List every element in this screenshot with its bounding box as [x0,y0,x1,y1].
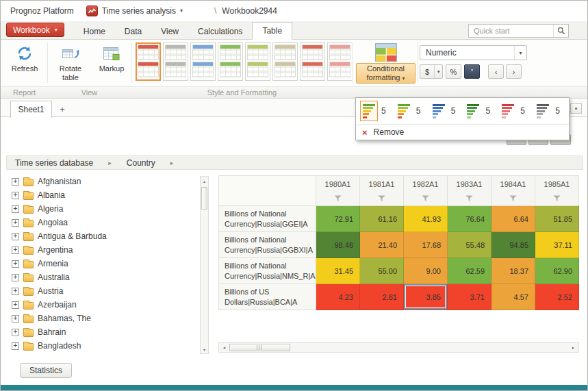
filter-icon[interactable] [553,195,561,202]
row-header[interactable]: Billions of National Currency|Russia|GGE… [219,206,316,232]
percent-format-button[interactable]: % [446,64,461,79]
filter-icon[interactable] [465,195,473,202]
breadcrumb-item[interactable]: Time series database [15,158,93,168]
icon-set-blue[interactable]: 5 [428,101,463,121]
data-cell[interactable]: 51.85 [535,206,579,232]
data-cell[interactable]: 4.23 [316,284,360,310]
rotate-table-button[interactable]: Rotate table [51,45,90,82]
data-cell[interactable]: 2.52 [535,284,579,310]
tree-item[interactable]: +Bangladesh [6,339,198,353]
tree-item[interactable]: +Armenia [6,257,198,270]
increase-decimals-button[interactable]: › [506,64,522,79]
tab-data[interactable]: Data [115,23,151,39]
expand-icon[interactable]: + [12,192,19,199]
thousand-separator-button[interactable]: ’ [464,64,480,79]
icon-set-green[interactable]: 5 [462,101,497,121]
row-header[interactable]: Billions of National Currency|Russia|NMS… [219,258,316,284]
tab-calculations[interactable]: Calculations [188,23,252,39]
tree-scrollbar[interactable]: ▴ ▾ [200,176,209,354]
data-cell[interactable]: 76.64 [448,206,491,232]
sheet-overflow-button[interactable]: ▾ [570,103,582,114]
conditional-formatting-button[interactable]: Conditional formatting ▾ [356,63,416,84]
breadcrumb-item[interactable]: Country [127,158,155,168]
data-cell[interactable]: 3.71 [448,284,491,310]
row-header[interactable]: Billions of National Currency|Russia|GGB… [219,232,316,258]
data-cell[interactable]: 9.00 [404,258,448,284]
sheet-tab[interactable]: Sheet1 [10,101,52,118]
scroll-right-button[interactable]: ▸ [568,343,578,352]
column-header[interactable]: 1981A1 [360,176,404,206]
expand-icon[interactable]: + [12,178,19,186]
data-cell[interactable]: 61.16 [360,206,404,232]
scroll-left-button[interactable]: ◂ [219,343,229,352]
expand-icon[interactable]: + [12,219,19,227]
data-cell[interactable]: 4.57 [491,284,535,310]
data-cell[interactable]: 98.46 [316,232,360,258]
table-horizontal-scrollbar[interactable]: ◂ ▸ [218,342,579,353]
search-icon[interactable] [553,25,568,37]
data-cell[interactable]: 37.11 [535,232,579,258]
refresh-button[interactable]: Refresh [6,45,43,73]
filter-icon[interactable] [422,195,429,202]
table-style-thumb-4[interactable] [218,42,243,81]
data-cell[interactable]: 3.85 [404,284,448,310]
expand-icon[interactable]: + [12,329,19,336]
table-style-thumb-3[interactable] [190,42,216,81]
tab-table[interactable]: Table [252,22,292,40]
tree-item[interactable]: +Bahamas, The [6,312,198,325]
tree-item[interactable]: +Argentina [6,243,198,257]
data-cell[interactable]: 6.64 [491,206,535,232]
data-cell[interactable]: 17.68 [404,232,448,258]
scroll-down-button[interactable]: ▾ [201,345,208,353]
table-style-thumb-6[interactable] [272,42,298,81]
decrease-decimals-button[interactable]: ‹ [488,64,504,79]
filter-icon[interactable] [334,195,342,202]
data-cell[interactable]: 41.93 [404,206,448,232]
numeric-format-select[interactable]: Numeric ▾ [420,45,527,60]
data-cell[interactable]: 2.81 [360,284,404,310]
scrollbar-thumb[interactable] [229,344,290,351]
expand-icon[interactable]: + [12,205,19,213]
data-cell[interactable]: 18.37 [491,258,535,284]
data-cell[interactable]: 94.85 [491,232,535,258]
scroll-up-button[interactable]: ▴ [201,177,208,185]
breadcrumb-arrow-icon[interactable]: ▸ [108,160,112,166]
data-cell[interactable]: 21.40 [360,232,404,258]
data-cell[interactable]: 62.90 [535,258,579,284]
tree-item[interactable]: +Afghanistan [6,175,198,188]
tree-item[interactable]: +Azerbaijan [6,298,198,312]
tree-item[interactable]: +Australia [6,270,198,284]
expand-icon[interactable]: + [12,315,19,323]
breadcrumb-arrow-icon[interactable]: ▸ [170,160,174,166]
statistics-button[interactable]: Statistics [20,363,72,378]
icon-set-gray[interactable]: 5 [532,101,567,121]
filter-icon[interactable] [509,195,517,202]
table-style-thumb-1[interactable] [136,42,161,81]
expand-icon[interactable]: + [12,301,19,309]
expand-icon[interactable]: + [12,342,19,350]
table-style-thumb-7[interactable] [300,42,325,81]
row-header[interactable]: Billions of US Dollars|Russia|BCA|A [219,284,316,310]
icon-set-red[interactable]: 5 [497,101,532,121]
markup-button[interactable]: Markup [94,45,129,73]
data-cell[interactable]: 31.45 [316,258,360,284]
quick-start-input[interactable] [469,27,553,35]
icon-set-multicolor-2[interactable]: 5 [393,101,428,121]
data-cell[interactable]: 62.59 [448,258,491,284]
currency-format-button[interactable]: $ ▾ [420,64,443,79]
tab-home[interactable]: Home [74,23,115,39]
tree-item[interactable]: +Angolaa [6,216,198,229]
column-header[interactable]: 1983A1 [448,176,491,206]
add-sheet-button[interactable]: + [53,101,71,117]
remove-formatting-item[interactable]: × Remove [356,124,569,140]
column-header[interactable]: 1984A1 [491,176,535,206]
expand-icon[interactable]: + [12,233,19,240]
table-style-thumb-8[interactable] [327,42,353,81]
data-cell[interactable]: 55.48 [448,232,491,258]
data-cell[interactable]: 72.91 [316,206,360,232]
column-header[interactable]: 1985A1 [535,176,579,206]
table-style-thumb-2[interactable] [163,42,188,81]
expand-icon[interactable]: + [12,260,19,268]
expand-icon[interactable]: + [12,274,19,281]
tree-item[interactable]: +Antigua & Barbuda [6,229,198,243]
